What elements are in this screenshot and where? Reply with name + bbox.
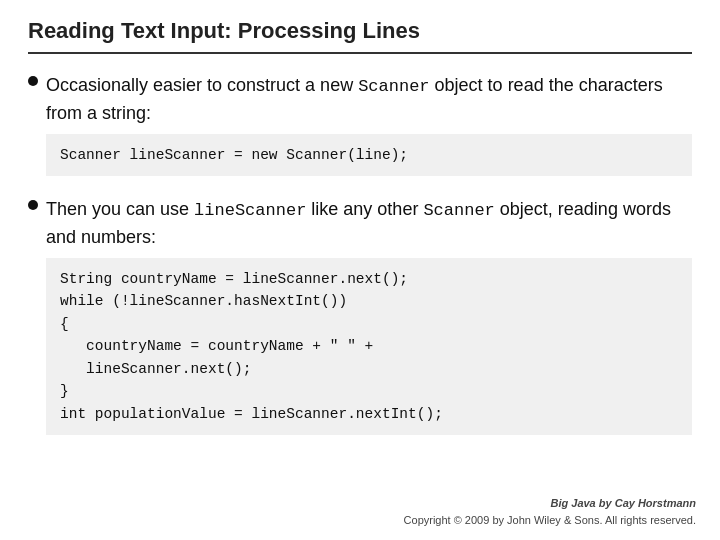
bullet-text-2: Then you can use lineScanner like any ot… [28, 196, 692, 250]
bullet-text-1: Occasionally easier to construct a new S… [28, 72, 692, 126]
footer-book-title: Big Java by Cay Horstmann [550, 497, 696, 509]
bullet2-text-before: Then you can use [46, 199, 194, 219]
slide: Reading Text Input: Processing Lines Occ… [0, 0, 720, 540]
content-area: Occasionally easier to construct a new S… [28, 72, 692, 524]
bullet-dot-1 [28, 76, 38, 86]
slide-title: Reading Text Input: Processing Lines [28, 18, 420, 43]
bullet-item-2: Then you can use lineScanner like any ot… [28, 196, 692, 435]
title-bar: Reading Text Input: Processing Lines [28, 18, 692, 54]
bullet-item-1: Occasionally easier to construct a new S… [28, 72, 692, 176]
bullet2-text-middle: like any other [306, 199, 423, 219]
bullet2-code-inline-1: lineScanner [194, 201, 306, 220]
bullet-body-2: Then you can use lineScanner like any ot… [46, 196, 692, 250]
footer-copyright: Copyright © 2009 by John Wiley & Sons. A… [404, 514, 696, 526]
code-block-2: String countryName = lineScanner.next();… [46, 258, 692, 435]
bullet-dot-2 [28, 200, 38, 210]
code-block-1: Scanner lineScanner = new Scanner(line); [46, 134, 692, 176]
footer: Big Java by Cay Horstmann Copyright © 20… [404, 495, 696, 528]
bullet1-code-inline-1: Scanner [358, 77, 429, 96]
bullet2-code-inline-2: Scanner [423, 201, 494, 220]
bullet1-text-before: Occasionally easier to construct a new [46, 75, 358, 95]
bullet-body-1: Occasionally easier to construct a new S… [46, 72, 692, 126]
